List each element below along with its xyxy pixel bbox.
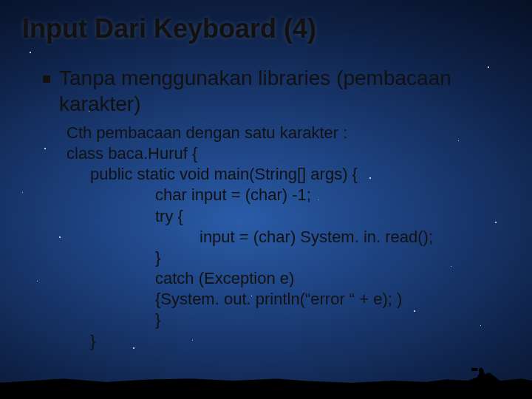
photographer-silhouette [473, 358, 494, 386]
code-line: Cth pembacaan dengan satu karakter : [66, 123, 510, 143]
code-line: } [66, 310, 510, 330]
code-block: Cth pembacaan dengan satu karakter : cla… [66, 123, 510, 352]
code-line: public static void main(String[] args) { [66, 164, 510, 185]
code-line: char input = (char) -1; [66, 185, 510, 205]
code-line: try { [66, 206, 510, 227]
code-line: catch (Exception e) [66, 268, 510, 289]
slide-title: Input Dari Keyboard (4) [22, 13, 510, 44]
bullet-text: Tanpa menggunakan libraries (pembacaan k… [59, 65, 510, 117]
code-line: class baca.Huruf { [66, 143, 510, 164]
code-line: } [66, 331, 510, 352]
code-line: {System. out. println(“error “ + e); ) [66, 289, 510, 310]
code-line: } [66, 248, 510, 268]
bullet-item: Tanpa menggunakan libraries (pembacaan k… [43, 65, 510, 117]
bullet-icon [43, 75, 50, 83]
code-line: input = (char) System. in. read(); [66, 227, 510, 248]
slide-content: Input Dari Keyboard (4) Tanpa menggunaka… [0, 0, 532, 399]
